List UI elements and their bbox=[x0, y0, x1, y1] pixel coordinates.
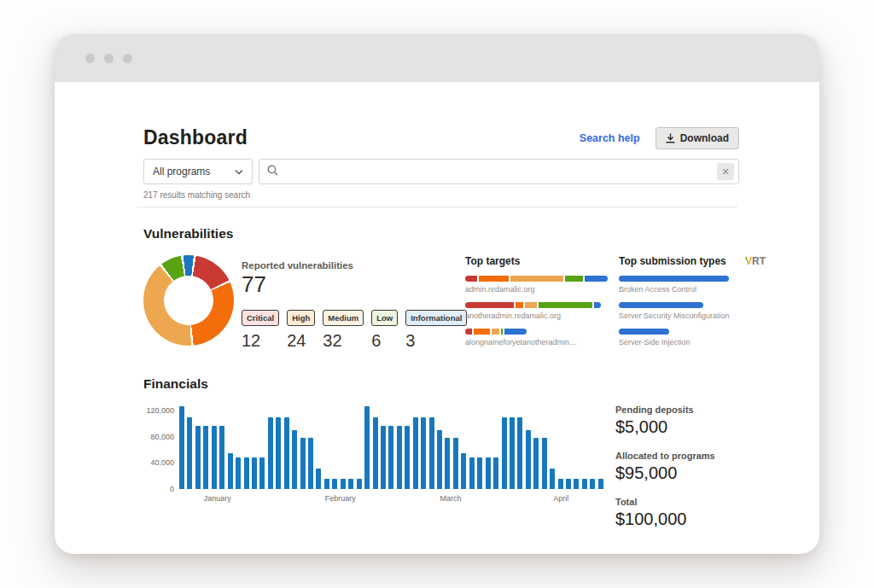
financials-bar bbox=[381, 426, 386, 489]
total-stat: Total $100,000 bbox=[615, 497, 758, 529]
informational-badge: Informational bbox=[405, 310, 467, 326]
financials-bar bbox=[493, 457, 498, 489]
severity-badges: Critical 12 High 24 Medium 32 Low bbox=[242, 309, 445, 351]
total-value: $100,000 bbox=[615, 509, 758, 529]
search-input[interactable] bbox=[284, 166, 717, 178]
bar-segment-medium bbox=[492, 329, 499, 335]
financials-bar bbox=[558, 479, 563, 489]
medium-badge: Medium bbox=[323, 310, 364, 326]
financials-bar bbox=[195, 426, 201, 489]
financials-bar bbox=[598, 479, 603, 489]
financials-bar bbox=[405, 426, 410, 489]
submission-type-label: Server Security Misconfiguration bbox=[619, 311, 760, 320]
target-label: admin.redamalic.org bbox=[465, 285, 606, 294]
x-axis-month-label: January bbox=[204, 494, 231, 503]
pending-deposits-label: Pending deposits bbox=[615, 405, 758, 415]
submission-type-row: Broken Access Control bbox=[619, 276, 766, 294]
top-targets-chart: admin.redamalic.organotheradmin.redamali… bbox=[465, 276, 608, 346]
bar-segment-critical bbox=[465, 276, 477, 282]
page-background: Dashboard Search help Download All progr… bbox=[0, 0, 874, 588]
allocated-to-programs-label: Allocated to programs bbox=[615, 451, 758, 461]
header-divider bbox=[137, 207, 737, 207]
financials-bar bbox=[590, 479, 595, 489]
financials-bar bbox=[388, 426, 393, 489]
financials-bar bbox=[574, 479, 579, 489]
target-label: anotheradmin.redamalic.org bbox=[465, 311, 606, 320]
financials-bar-chart: 120,00080,00040,0000JanuaryFebruaryMarch… bbox=[143, 403, 603, 543]
window-control-dot[interactable] bbox=[104, 54, 114, 63]
financials-bar bbox=[421, 417, 426, 489]
bar-segment-low bbox=[501, 329, 504, 335]
download-button-label: Download bbox=[680, 132, 729, 144]
reported-vulnerabilities-label: Reported vulnerabilities bbox=[242, 260, 445, 271]
bar-segment-critical bbox=[465, 302, 514, 308]
target-bar-row: anotheradmin.redamalic.org bbox=[465, 302, 608, 320]
financials-bar bbox=[373, 417, 378, 489]
download-button[interactable]: Download bbox=[656, 127, 739, 149]
financials-bar bbox=[324, 479, 329, 489]
submission-type-bar bbox=[619, 329, 669, 335]
clear-search-button[interactable]: ✕ bbox=[717, 163, 734, 180]
financials-bar bbox=[300, 438, 306, 489]
financials-bar bbox=[461, 453, 466, 489]
total-label: Total bbox=[615, 497, 758, 507]
submission-type-row: Server Security Misconfiguration bbox=[619, 302, 766, 320]
top-submission-types-chart: Broken Access ControlServer Security Mis… bbox=[619, 276, 766, 346]
financials-bar bbox=[364, 406, 370, 489]
financials-bar bbox=[502, 417, 507, 489]
financials-bar bbox=[219, 426, 224, 489]
severity-low: Low 6 bbox=[371, 309, 398, 351]
reported-vulnerabilities-total: 77 bbox=[242, 271, 445, 298]
donut-hole bbox=[164, 276, 213, 325]
financials-bar bbox=[526, 430, 531, 489]
program-filter-select[interactable]: All programs bbox=[143, 159, 253, 184]
submission-type-bar bbox=[619, 302, 703, 308]
window-control-dot[interactable] bbox=[123, 54, 132, 63]
medium-count: 32 bbox=[323, 331, 364, 351]
critical-badge: Critical bbox=[242, 310, 279, 326]
financials-bar bbox=[477, 457, 482, 489]
app-window: Dashboard Search help Download All progr… bbox=[55, 34, 819, 554]
financials-bar bbox=[212, 426, 217, 489]
financials-bar bbox=[445, 438, 450, 489]
allocated-to-programs-value: $95,000 bbox=[615, 463, 758, 483]
pending-deposits-value: $5,000 bbox=[615, 417, 758, 437]
bar-segment-high bbox=[516, 302, 523, 308]
financials-bar bbox=[517, 417, 522, 489]
download-icon bbox=[666, 133, 675, 143]
submission-type-label: Broken Access Control bbox=[619, 285, 760, 294]
severity-critical: Critical 12 bbox=[242, 309, 279, 351]
y-axis-tick: 0 bbox=[170, 485, 174, 493]
financials-bar bbox=[203, 426, 208, 489]
financials-bar bbox=[469, 457, 475, 489]
bar-segment-high bbox=[474, 329, 490, 335]
results-count: 217 results matching search bbox=[143, 190, 792, 200]
financials-bar bbox=[187, 417, 192, 489]
financials-bar bbox=[341, 479, 346, 489]
pending-deposits-stat: Pending deposits $5,000 bbox=[615, 405, 758, 437]
bar-segment-critical bbox=[465, 329, 472, 335]
top-submission-types-heading: Top submission types bbox=[619, 255, 726, 267]
page-title: Dashboard bbox=[143, 126, 248, 149]
vulnerabilities-heading: Vulnerabilities bbox=[143, 226, 792, 242]
critical-count: 12 bbox=[242, 331, 279, 351]
x-axis-month-label: April bbox=[553, 494, 568, 503]
low-count: 6 bbox=[371, 331, 398, 351]
financials-bar bbox=[437, 430, 442, 489]
close-icon: ✕ bbox=[721, 166, 729, 177]
financials-bar bbox=[284, 417, 289, 489]
financials-bar bbox=[413, 417, 418, 489]
financials-bar bbox=[453, 438, 458, 489]
financials-bar bbox=[228, 453, 233, 489]
financials-bar bbox=[179, 406, 184, 489]
financials-bar bbox=[276, 417, 281, 489]
allocated-to-programs-stat: Allocated to programs $95,000 bbox=[615, 451, 758, 483]
target-stacked-bar bbox=[465, 302, 601, 308]
window-control-dot[interactable] bbox=[85, 54, 95, 63]
severity-medium: Medium 32 bbox=[323, 309, 364, 351]
low-badge: Low bbox=[371, 310, 398, 326]
search-help-link[interactable]: Search help bbox=[580, 132, 640, 144]
financials-y-axis: 120,00080,00040,0000 bbox=[143, 403, 179, 489]
financials-bar bbox=[252, 457, 257, 489]
search-icon bbox=[267, 164, 278, 179]
